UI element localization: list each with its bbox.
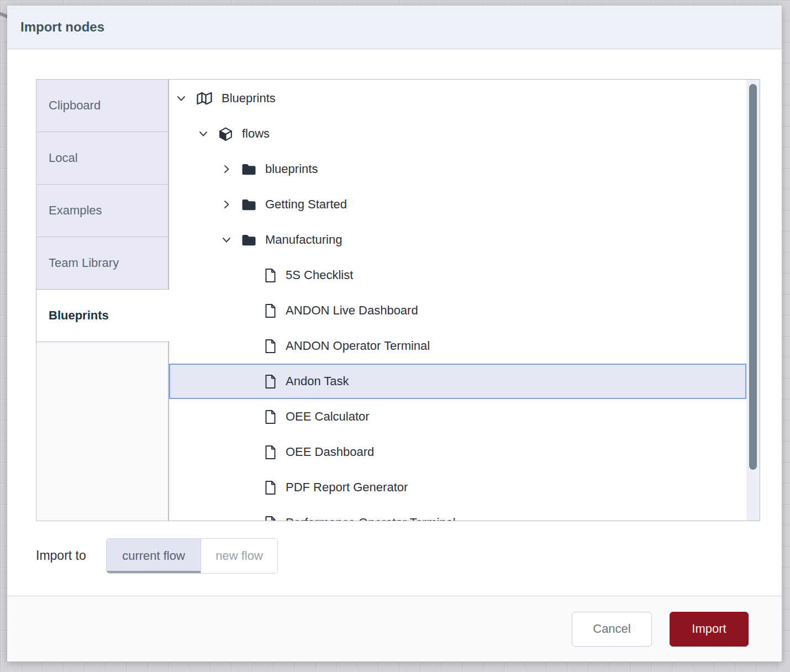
package-icon [218, 127, 233, 141]
import-target-toggle: current flownew flow [106, 538, 278, 574]
scrollbar[interactable] [746, 80, 760, 521]
dialog-title: Import nodes [20, 19, 104, 35]
tree-item-andon-live-dashboard[interactable]: ANDON Live Dashboard [169, 293, 746, 328]
tree-item-label: OEE Calculator [286, 410, 370, 424]
tab-examples[interactable]: Examples [36, 184, 168, 237]
tree-item-label: blueprints [265, 162, 318, 176]
tree-item-label: ANDON Operator Terminal [286, 339, 430, 353]
tab-team-library[interactable]: Team Library [36, 237, 168, 290]
cancel-button[interactable]: Cancel [572, 612, 652, 647]
file-icon [264, 516, 277, 521]
tab-label: Team Library [49, 256, 119, 270]
tab-label: Local [49, 151, 78, 165]
chevron-down-icon[interactable] [198, 129, 208, 139]
flow-editor-canvas: Import nodes ClipboardLocalExamplesTeam … [0, 0, 790, 672]
tab-label: Blueprints [49, 308, 109, 323]
toggle-current-flow[interactable]: current flow [107, 539, 201, 573]
tree-item-label: Manufacturing [265, 233, 342, 247]
folder-icon [241, 163, 256, 176]
tab-clipboard[interactable]: Clipboard [36, 79, 168, 132]
tree-item-blueprints[interactable]: blueprints [169, 151, 746, 187]
file-icon [264, 268, 277, 283]
library-source-tabs: ClipboardLocalExamplesTeam LibraryBluepr… [36, 79, 168, 342]
toggle-label: new flow [215, 549, 263, 563]
scrollbar-thumb[interactable] [749, 84, 757, 470]
tree-item-label: Performance Operator Terminal [286, 516, 456, 521]
chevron-down-icon[interactable] [222, 235, 231, 245]
dialog-body: ClipboardLocalExamplesTeam LibraryBluepr… [7, 49, 782, 595]
chevron-right-icon[interactable] [222, 164, 231, 174]
tabs-filler [36, 342, 168, 521]
chevron-right-icon[interactable] [222, 200, 231, 209]
file-icon [264, 303, 277, 318]
tree-item-andon-operator-terminal[interactable]: ANDON Operator Terminal [169, 328, 746, 364]
toggle-new-flow[interactable]: new flow [201, 539, 277, 573]
file-icon [264, 374, 277, 389]
file-icon [264, 410, 277, 424]
tree-item-label: Getting Started [265, 197, 347, 212]
import-button[interactable]: Import [670, 612, 749, 647]
import-nodes-dialog: Import nodes ClipboardLocalExamplesTeam … [7, 6, 782, 662]
file-icon [264, 445, 277, 460]
tab-label: Examples [49, 203, 102, 218]
tree-item-oee-dashboard[interactable]: OEE Dashboard [169, 434, 746, 470]
folder-icon [241, 234, 256, 246]
tree-item-andon-task[interactable]: Andon Task [169, 364, 746, 399]
import-to-label: Import to [36, 548, 86, 563]
file-icon [264, 480, 277, 495]
folder-icon [241, 198, 256, 211]
tree-item-performance-operator-terminal[interactable]: Performance Operator Terminal [169, 505, 746, 521]
chevron-down-icon[interactable] [176, 93, 186, 103]
tree-item-label: OEE Dashboard [286, 445, 374, 459]
library-tree-panel: BlueprintsflowsblueprintsGetting Started… [168, 79, 760, 521]
tree-item-label: 5S Checklist [286, 268, 353, 282]
tab-label: Clipboard [49, 98, 101, 113]
tree-item-pdf-report-generator[interactable]: PDF Report Generator [169, 470, 746, 505]
tree-item-label: PDF Report Generator [286, 480, 408, 495]
tree-item-flows[interactable]: flows [169, 116, 746, 151]
tree-item-label: Blueprints [222, 91, 276, 106]
tree-item-manufacturing[interactable]: Manufacturing [169, 222, 746, 258]
dialog-footer: Cancel Import [7, 596, 782, 662]
tree-item-5s-checklist[interactable]: 5S Checklist [169, 258, 746, 293]
library-tree: BlueprintsflowsblueprintsGetting Started… [169, 80, 746, 521]
tree-item-blueprints[interactable]: Blueprints [169, 81, 746, 116]
tab-blueprints[interactable]: Blueprints [36, 289, 170, 342]
tab-local[interactable]: Local [36, 132, 168, 185]
tree-item-label: Andon Task [286, 374, 349, 389]
tree-item-getting-started[interactable]: Getting Started [169, 187, 746, 222]
file-icon [264, 339, 277, 354]
dialog-header: Import nodes [7, 6, 782, 49]
tree-item-oee-calculator[interactable]: OEE Calculator [169, 399, 746, 434]
tree-item-label: ANDON Live Dashboard [286, 303, 418, 318]
map-icon [196, 91, 213, 106]
toggle-label: current flow [122, 549, 185, 563]
tree-item-label: flows [242, 127, 270, 141]
